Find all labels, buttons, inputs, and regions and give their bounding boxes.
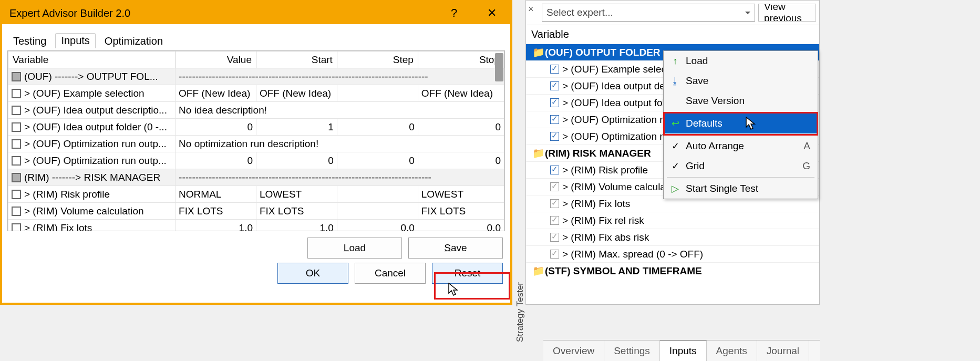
inputs-dialog: Expert Advisor Builder 2.0 ? ✕ Testing I… <box>0 0 512 305</box>
help-icon[interactable]: ? <box>443 6 465 20</box>
checkbox[interactable] <box>550 132 559 141</box>
checkbox[interactable] <box>550 166 559 174</box>
table-row[interactable]: > (OUF) Optimization run outp...No optim… <box>8 136 504 152</box>
ctx-start-single-test[interactable]: ▷Start Single Test <box>664 179 818 199</box>
ctx-grid[interactable]: ✓GridG <box>664 156 818 176</box>
expert-select[interactable]: Select expert... <box>542 4 755 22</box>
inputs-grid[interactable]: Variable Value Start Step Stop (OUF) ---… <box>7 50 505 231</box>
panel-close-icon[interactable]: × <box>528 4 534 15</box>
folder-icon: 📁 <box>532 265 542 277</box>
col-variable[interactable]: Variable <box>8 51 176 68</box>
tree-group[interactable]: 📁(STF) SYMBOL AND TIMEFRAME <box>526 262 819 279</box>
col-stop[interactable]: Stop <box>418 51 504 68</box>
ctx-auto-arrange[interactable]: ✓Auto ArrangeA <box>664 136 818 156</box>
check-icon: ✓ <box>670 140 680 152</box>
tree-item[interactable]: > (RIM) Fix abs risk <box>526 229 819 245</box>
checkbox[interactable] <box>550 81 559 90</box>
ctx-defaults[interactable]: ↩Defaults <box>664 114 818 133</box>
col-start[interactable]: Start <box>256 51 337 68</box>
ctx-save-version[interactable]: Save Version <box>664 91 818 111</box>
tab-inputs-bottom[interactable]: Inputs <box>660 341 707 361</box>
save-button[interactable]: Save <box>408 238 503 259</box>
checkbox[interactable] <box>550 65 559 74</box>
close-icon[interactable]: ✕ <box>481 6 503 20</box>
undo-icon: ↩ <box>670 118 680 129</box>
checkbox[interactable] <box>550 182 559 191</box>
folder-icon: 📁 <box>532 46 542 58</box>
ok-button[interactable]: OK <box>277 263 348 284</box>
checkbox[interactable] <box>550 199 559 208</box>
table-row[interactable]: > (RIM) Volume calculationFIX LOTSFIX LO… <box>8 203 504 220</box>
table-row[interactable]: (RIM) -------> RISK MANAGER-------------… <box>8 169 504 186</box>
download-icon: ⭳ <box>670 76 680 87</box>
table-row[interactable]: > (RIM) Fix lots1.01.00.00.0 <box>8 220 504 232</box>
tab-inputs[interactable]: Inputs <box>55 33 95 48</box>
tab-agents[interactable]: Agents <box>707 341 757 361</box>
view-previous-button[interactable]: View previous <box>758 4 816 22</box>
table-row[interactable]: > (OUF) Example selectionOFF (New Idea)O… <box>8 85 504 102</box>
checkbox[interactable] <box>550 115 559 124</box>
ctx-load[interactable]: ↑Load <box>664 51 818 71</box>
tab-settings[interactable]: Settings <box>604 341 660 361</box>
col-step[interactable]: Step <box>337 51 418 68</box>
upload-icon: ↑ <box>670 56 680 67</box>
context-menu: ↑Load ⭳Save Save Version ↩Defaults ✓Auto… <box>663 50 818 199</box>
variable-header[interactable]: Variable <box>526 25 819 44</box>
table-row[interactable]: > (RIM) Risk profileNORMALLOWESTLOWEST <box>8 186 504 203</box>
checkbox[interactable] <box>550 250 559 259</box>
reset-button[interactable]: Reset <box>432 263 503 284</box>
tab-testing[interactable]: Testing <box>7 34 52 48</box>
play-icon: ▷ <box>670 183 680 194</box>
folder-icon: 📁 <box>532 147 542 159</box>
cancel-button[interactable]: Cancel <box>355 263 426 284</box>
table-row[interactable]: > (OUF) Optimization run outp...0000 <box>8 152 504 169</box>
tester-bottom-tabs: Overview Settings Inputs Agents Journal <box>543 340 820 361</box>
ctx-save[interactable]: ⭳Save <box>664 71 818 91</box>
col-value[interactable]: Value <box>176 51 256 68</box>
tree-item[interactable]: > (RIM) Fix rel risk <box>526 212 819 229</box>
scrollbar-thumb[interactable] <box>495 53 503 81</box>
load-button[interactable]: Load <box>307 238 402 259</box>
table-row[interactable]: > (OUF) Idea output folder (0 -...0100 <box>8 119 504 136</box>
checkbox[interactable] <box>550 98 559 107</box>
strategy-tester-label: Strategy Tester <box>515 282 525 342</box>
tab-overview[interactable]: Overview <box>543 341 604 361</box>
tab-optimization[interactable]: Optimization <box>99 34 169 48</box>
checkbox[interactable] <box>550 233 559 242</box>
table-row[interactable]: > (OUF) Idea output descriptio...No idea… <box>8 102 504 119</box>
titlebar[interactable]: Expert Advisor Builder 2.0 ? ✕ <box>2 2 510 24</box>
tab-journal[interactable]: Journal <box>757 341 809 361</box>
checkbox[interactable] <box>550 216 559 225</box>
tree-item[interactable]: > (RIM) Max. spread (0 -> OFF) <box>526 245 819 262</box>
check-icon: ✓ <box>670 160 680 172</box>
table-row[interactable]: (OUF) -------> OUTPUT FOL...------------… <box>8 68 504 85</box>
dialog-tabs: Testing Inputs Optimization <box>2 24 510 48</box>
dialog-title: Expert Advisor Builder 2.0 <box>9 7 443 19</box>
